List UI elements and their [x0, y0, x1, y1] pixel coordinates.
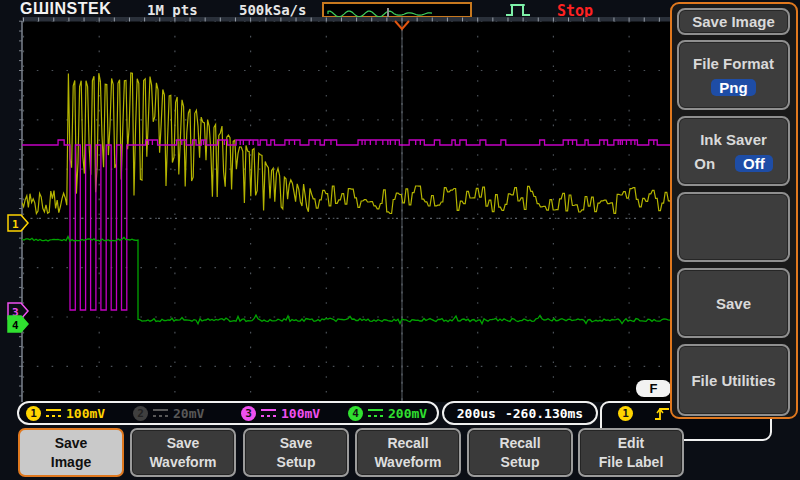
- channel-1-badge: 1: [26, 406, 41, 421]
- ink-saver-on-option[interactable]: On: [694, 155, 715, 172]
- menu-title-save-image: Save Image: [677, 8, 790, 35]
- file-utilities-label: File Utilities: [691, 372, 775, 389]
- ink-saver-label: Ink Saver: [700, 131, 767, 148]
- side-menu-panel: Save Image File Format Png Ink Saver On …: [670, 2, 798, 419]
- menu-empty-button: [677, 192, 790, 262]
- channel-1-scale: 100mV: [66, 406, 105, 421]
- rising-edge-trigger-icon: [652, 405, 672, 423]
- softkey-save-setup[interactable]: SaveSetup: [243, 428, 349, 477]
- menu-ink-saver-button[interactable]: Ink Saver On Off: [677, 116, 790, 186]
- svg-text:1: 1: [12, 218, 19, 231]
- softkey-recall-setup[interactable]: RecallSetup: [467, 428, 573, 477]
- ink-saver-off-option[interactable]: Off: [735, 155, 773, 172]
- oscilloscope-screen: 134 GШINSTEK 1M pts 500kSa/s Stop F 1 10…: [0, 0, 800, 480]
- svg-text:4: 4: [12, 319, 19, 332]
- save-label: Save: [716, 295, 751, 312]
- trigger-source-badge: 1: [618, 406, 633, 421]
- softkey-save-image[interactable]: SaveImage: [18, 428, 124, 477]
- menu-file-format-button[interactable]: File Format Png: [677, 40, 790, 110]
- softkey-save-waveform[interactable]: SaveWaveform: [130, 428, 236, 477]
- softkey-label: Edit: [618, 434, 644, 452]
- channel-2-badge: 2: [133, 406, 148, 421]
- channel-3-status: 3 100mV: [241, 404, 320, 422]
- softkey-label: File Label: [599, 453, 664, 471]
- softkey-label: Recall: [499, 434, 540, 452]
- softkey-label: Setup: [501, 453, 540, 471]
- dc-coupling-icon: [153, 409, 168, 417]
- f-indicator-badge: F: [636, 380, 671, 397]
- channel-4-status: 4 200mV: [348, 404, 427, 422]
- channel-4-badge: 4: [348, 406, 363, 421]
- timebase-scale: 200us: [457, 406, 496, 421]
- timebase-status: 200us -260.130ms: [442, 401, 598, 425]
- softkey-recall-waveform[interactable]: RecallWaveform: [355, 428, 461, 477]
- channel-3-badge: 3: [241, 406, 256, 421]
- timebase-position: -260.130ms: [505, 406, 583, 421]
- dc-coupling-icon: [368, 409, 383, 417]
- channel-1-status: 1 100mV: [26, 404, 105, 422]
- file-format-value: Png: [711, 79, 755, 96]
- file-format-label: File Format: [693, 55, 774, 72]
- dc-coupling-icon: [261, 409, 276, 417]
- softkey-label: Recall: [387, 434, 428, 452]
- channel-2-scale: 20mV: [173, 406, 204, 421]
- softkey-label: Waveform: [149, 453, 216, 471]
- softkey-label: Image: [51, 453, 91, 471]
- channel-2-status: 2 20mV: [133, 404, 204, 422]
- menu-file-utilities-button[interactable]: File Utilities: [677, 344, 790, 416]
- channel-4-scale: 200mV: [388, 406, 427, 421]
- menu-save-button[interactable]: Save: [677, 268, 790, 338]
- channel-3-scale: 100mV: [281, 406, 320, 421]
- softkey-label: Waveform: [374, 453, 441, 471]
- softkey-label: Save: [280, 434, 313, 452]
- softkey-edit-file-label[interactable]: EditFile Label: [578, 428, 684, 477]
- softkey-label: Save: [55, 434, 88, 452]
- dc-coupling-icon: [46, 409, 61, 417]
- channel-status-bar: 1 100mV 2 20mV 3 100mV 4 200mV: [17, 401, 439, 425]
- softkey-label: Save: [167, 434, 200, 452]
- softkey-label: Setup: [277, 453, 316, 471]
